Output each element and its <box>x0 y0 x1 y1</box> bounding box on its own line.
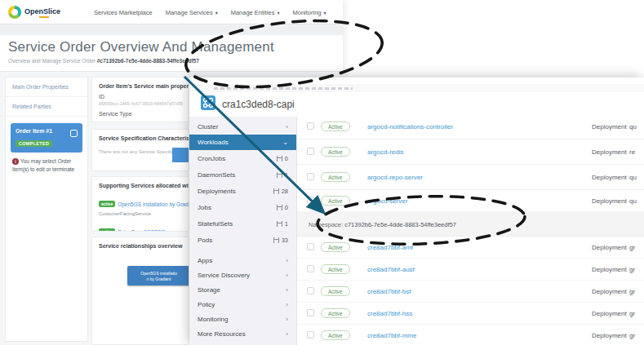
workload-extra-column: qu <box>629 197 637 205</box>
chevron-right-icon: › <box>286 272 288 279</box>
sidebar-item-related-parties[interactable]: Related Parties <box>6 97 87 117</box>
workload-kind: Deployment <box>592 123 627 130</box>
workload-link[interactable]: argocd-repo-server <box>367 174 423 181</box>
status-badge: Active <box>321 286 350 296</box>
order-item-label: Order Item #1 <box>16 128 78 134</box>
workload-extra-column: gr <box>629 288 635 295</box>
workload-link[interactable]: argocd-server <box>367 197 407 205</box>
workload-extra-column: gr <box>629 332 635 339</box>
workload-list: Active argocd-notifications-controller D… <box>297 114 644 345</box>
openslice-navbar: OpenSlice Services Marketplace Manage Se… <box>0 0 343 24</box>
supporting-service-item: activeOpen5GS installation by Gradi <box>92 188 189 210</box>
info-icon: i <box>12 158 19 165</box>
workload-row[interactable]: Active argocd-repo-server Deployment qu <box>297 165 644 190</box>
openslice-logo-icon <box>8 6 21 19</box>
workload-row[interactable]: Active argocd-redis Deployment re <box>297 139 644 165</box>
workload-row[interactable]: Active argocd-notifications-controller D… <box>297 114 644 139</box>
workload-link[interactable]: cre8ad7bbf-mme <box>367 332 416 339</box>
workload-kind: Deployment <box>592 244 627 251</box>
menu-item-jobs[interactable]: Jobs0 <box>189 199 296 215</box>
namespace-divider: Namespace: c71392b6-7e5e-4dde-8883-54ffe… <box>297 212 644 237</box>
row-checkbox[interactable] <box>307 197 314 204</box>
openslice-nav-menu: Services Marketplace Manage Services▾ Ma… <box>94 0 326 24</box>
workload-row[interactable]: Active cre8ad7bbf-ausf Deployment gr <box>297 259 644 281</box>
workload-row[interactable]: Active cre8ad7bbf-hss Deployment gr <box>297 303 644 325</box>
row-checkbox[interactable] <box>307 331 314 338</box>
workload-link[interactable]: argocd-notifications-controller <box>367 123 453 130</box>
workload-link[interactable]: cre8ad7bbf-ausf <box>367 266 415 273</box>
workload-row[interactable]: Active argocd-server Deployment qu <box>297 190 644 212</box>
status-badge: Active <box>321 196 350 206</box>
count-icon <box>277 172 282 178</box>
cluster-name: cra1c3ded8-capi <box>222 99 295 110</box>
workload-kind: Deployment <box>592 197 627 205</box>
supporting-service-kind: CustomerFacingService <box>92 210 189 216</box>
menu-item-daemonsets[interactable]: DaemonSets1 <box>189 166 296 183</box>
chevron-right-icon: › <box>286 257 288 264</box>
status-badge: COMPLETED <box>16 140 52 147</box>
menu-item-storage[interactable]: Storage› <box>189 282 296 297</box>
order-item-card[interactable]: Order Item #1 COMPLETED <box>11 123 82 153</box>
service-order-id: #c71392b6-7e5e-4dde-8883-54ffe3eedf57 <box>97 58 199 64</box>
workload-row[interactable]: Active cre8ad7bbf-mme Deployment gr <box>297 325 644 345</box>
row-checkbox[interactable] <box>307 265 314 272</box>
workload-link[interactable]: argocd-redis <box>367 148 403 156</box>
cluster-icon <box>201 95 215 113</box>
relationship-graph-node[interactable]: Open5GS installatio n by Gradiant <box>127 266 189 285</box>
nav-item-monitoring[interactable]: Monitoring▾ <box>292 9 326 16</box>
supporting-service-link[interactable]: Open5GS installation by Gradi <box>118 201 189 207</box>
workload-kind: Deployment <box>592 288 627 295</box>
count-icon <box>273 237 279 243</box>
row-checkbox[interactable] <box>307 122 314 130</box>
id-value: d6805bcc-1465-4c67-9903-484547a57d5f <box>92 100 189 106</box>
status-badge: Active <box>321 308 350 318</box>
row-checkbox[interactable] <box>307 173 314 180</box>
workload-row[interactable]: Active cre8ad7bbf-amf Deployment gr <box>297 237 644 259</box>
status-badge: Active <box>321 122 350 131</box>
menu-item-monitoring[interactable]: Monitoring› <box>189 312 296 326</box>
menu-item-deployments[interactable]: Deployments28 <box>189 183 296 199</box>
illegible-text <box>214 87 353 90</box>
caret-down-icon: ▾ <box>277 10 279 15</box>
section-title: Supporting Services allocated wit <box>92 177 189 188</box>
row-checkbox[interactable] <box>307 287 314 294</box>
order-item-checkbox[interactable] <box>70 130 78 137</box>
caret-down-icon: ▾ <box>324 10 326 15</box>
status-badge: Active <box>321 147 350 157</box>
menu-item-workloads[interactable]: Workloads⌄ <box>189 135 296 150</box>
sidebar-item-main-order-properties[interactable]: Main Order Properties <box>6 77 87 97</box>
workload-row[interactable]: Active cre8ad7bbf-bsf Deployment gr <box>297 281 644 303</box>
menu-item-policy[interactable]: Policy› <box>189 297 296 312</box>
workload-link[interactable]: cre8ad7bbf-hss <box>367 310 412 317</box>
nav-item-services-marketplace[interactable]: Services Marketplace <box>94 9 153 16</box>
openslice-title-card: Service Order Overview And Management Ov… <box>0 35 343 72</box>
workload-extra-column: qu <box>629 123 637 130</box>
menu-item-more-resources[interactable]: More Resources› <box>189 326 296 341</box>
page-subtitle: Overview and Manage Service Order #c7139… <box>8 58 199 64</box>
status-badge: Active <box>321 242 350 252</box>
service-properties-card: Order Item's Service main properties ID … <box>91 77 189 122</box>
menu-item-apps[interactable]: Apps› <box>189 253 296 268</box>
openslice-brand-accent <box>39 16 49 18</box>
chevron-right-icon: › <box>286 330 288 338</box>
row-checkbox[interactable] <box>307 148 314 155</box>
count-icon <box>273 188 279 194</box>
status-badge: Active <box>321 264 350 274</box>
nav-item-manage-entities[interactable]: Manage Entities▾ <box>231 9 280 16</box>
workload-link[interactable]: cre8ad7bbf-bsf <box>367 288 411 295</box>
menu-item-statefulsets[interactable]: StatefulSets1 <box>189 215 296 232</box>
chevron-right-icon: › <box>286 123 288 130</box>
page-title: Service Order Overview And Management <box>8 39 274 55</box>
nav-item-manage-services[interactable]: Manage Services▾ <box>166 9 218 16</box>
row-checkbox[interactable] <box>307 309 314 316</box>
menu-item-cronjobs[interactable]: CronJobs0 <box>189 150 296 166</box>
menu-item-pods[interactable]: Pods33 <box>189 232 296 248</box>
workload-kind: Deployment <box>592 310 627 317</box>
row-checkbox[interactable] <box>307 243 314 250</box>
supporting-service-link[interactable]: SylvaOpen5GSRFS <box>118 229 165 232</box>
menu-item-cluster[interactable]: Cluster› <box>189 118 296 135</box>
workload-link[interactable]: cre8ad7bbf-amf <box>367 244 413 251</box>
menu-item-service-discovery[interactable]: Service Discovery› <box>189 268 296 282</box>
section-title: Service Specification Characteris <box>92 130 189 141</box>
workload-extra-column: qu <box>629 174 637 181</box>
